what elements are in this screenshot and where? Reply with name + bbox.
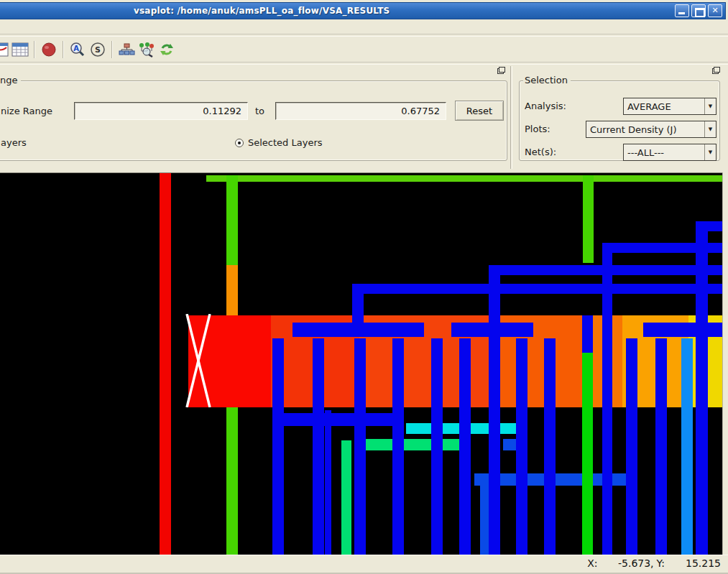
analysis-value: AVERAGE bbox=[624, 101, 704, 112]
analysis-combobox[interactable]: AVERAGE bbox=[623, 98, 717, 115]
customize-range-label: nize Range bbox=[1, 106, 52, 116]
maximize-button[interactable] bbox=[691, 4, 706, 17]
to-label: to bbox=[255, 106, 264, 116]
hierarchy-icon[interactable] bbox=[116, 40, 137, 60]
net-v2 bbox=[489, 265, 500, 338]
y-coordinate-label: Y: bbox=[657, 557, 665, 569]
table-icon[interactable] bbox=[10, 40, 30, 60]
range-panel: nge nize Range to Reset ayers Selected L… bbox=[0, 65, 510, 170]
selected-layers-label[interactable]: Selected Layers bbox=[248, 137, 323, 148]
lightblue-finger bbox=[681, 338, 693, 555]
range-max-input[interactable] bbox=[275, 102, 446, 120]
blue-finger bbox=[489, 338, 500, 555]
titlebar: vsaplot: /home/anuk/amsPLL_oa_flow/VSA_R… bbox=[0, 2, 726, 19]
panel-separator bbox=[510, 66, 512, 169]
blue-finger bbox=[516, 338, 527, 555]
blue-finger bbox=[431, 338, 443, 555]
application-window: vsaplot: /home/anuk/amsPLL_oa_flow/VSA_R… bbox=[0, 0, 728, 574]
panel-float-icon[interactable] bbox=[712, 67, 720, 74]
chevron-down-icon bbox=[704, 144, 716, 160]
selected-layers-radio[interactable] bbox=[235, 139, 244, 147]
toolbar: A S bbox=[0, 19, 728, 65]
chevron-down-icon bbox=[704, 98, 716, 114]
band-bus-right bbox=[643, 323, 722, 337]
blue-finger bbox=[272, 338, 284, 555]
net-v1 bbox=[352, 284, 364, 328]
close-button[interactable] bbox=[708, 4, 722, 17]
reload-icon[interactable] bbox=[157, 40, 177, 60]
x-coordinate-label: X: bbox=[587, 557, 597, 569]
record-icon[interactable] bbox=[39, 40, 59, 60]
snap-circle-icon[interactable]: S bbox=[88, 40, 108, 60]
plots-combobox[interactable]: Current Density (J) bbox=[586, 121, 717, 138]
svg-text:S: S bbox=[95, 45, 101, 55]
window-controls bbox=[675, 4, 722, 17]
green-drop-rail bbox=[582, 353, 593, 555]
plot-icon[interactable] bbox=[0, 40, 10, 60]
dock-panel-row: nge nize Range to Reset ayers Selected L… bbox=[0, 65, 728, 170]
nets-combobox[interactable]: ---ALL--- bbox=[623, 144, 717, 161]
blue-finger bbox=[392, 338, 404, 555]
window-title: vsaplot: /home/anuk/amsPLL_oa_flow/VSA_R… bbox=[134, 6, 390, 16]
blue-finger bbox=[626, 338, 637, 555]
range-group-title: nge bbox=[0, 75, 21, 85]
blue-finger-thin bbox=[325, 410, 331, 555]
green-top-rail bbox=[206, 175, 722, 182]
minimize-button[interactable] bbox=[675, 4, 689, 17]
plots-label: Plots: bbox=[525, 124, 550, 134]
blue-finger bbox=[655, 338, 667, 555]
range-groupbox bbox=[0, 80, 507, 161]
toolbar-separator bbox=[63, 41, 64, 58]
x-coordinate-value: -5.673, bbox=[598, 557, 654, 569]
analysis-label: Analysis: bbox=[525, 101, 566, 111]
toolbar-separator bbox=[34, 41, 35, 58]
red-rail bbox=[160, 173, 171, 555]
green-top-right-stub bbox=[583, 175, 594, 263]
nets-value: ---ALL--- bbox=[624, 147, 704, 158]
net-v4 bbox=[696, 221, 708, 555]
selection-group-title: Selection bbox=[523, 75, 571, 85]
blue-finger bbox=[459, 338, 471, 555]
lower-blue-bar bbox=[272, 413, 403, 426]
green-drop-stem bbox=[582, 315, 593, 354]
layout-canvas[interactable] bbox=[0, 172, 722, 555]
net-probe-icon[interactable] bbox=[137, 40, 157, 60]
range-min-input[interactable] bbox=[74, 102, 248, 120]
defect-cross-marker bbox=[185, 314, 211, 407]
all-layers-label[interactable]: ayers bbox=[1, 137, 27, 148]
lower-green-rail bbox=[341, 440, 351, 555]
cursor-coordinates: X: -5.673, Y: 15.215 bbox=[584, 557, 721, 569]
svg-text:A: A bbox=[73, 45, 79, 52]
zoom-text-icon[interactable]: A bbox=[68, 40, 88, 60]
chevron-down-icon bbox=[704, 121, 716, 137]
nets-label: Net(s): bbox=[525, 147, 556, 157]
statusbar: X: -5.673, Y: 15.215 bbox=[0, 555, 728, 573]
toolbar-icon-row: A S bbox=[0, 38, 177, 61]
reset-button[interactable]: Reset bbox=[455, 101, 504, 121]
y-coordinate-value: 15.215 bbox=[665, 557, 721, 569]
net-h4 bbox=[352, 284, 722, 294]
panel-float-icon[interactable] bbox=[497, 67, 505, 74]
window-right-border bbox=[722, 172, 728, 555]
net-v3 bbox=[602, 243, 612, 555]
plots-value: Current Density (J) bbox=[586, 124, 704, 135]
toolbar-separator bbox=[111, 41, 113, 58]
selection-panel: Selection Analysis: AVERAGE Plots: Curre… bbox=[515, 65, 724, 170]
blue-finger bbox=[354, 338, 366, 555]
lower-green-bar bbox=[365, 439, 466, 450]
blue-finger bbox=[313, 338, 324, 555]
blue-finger bbox=[544, 338, 556, 555]
